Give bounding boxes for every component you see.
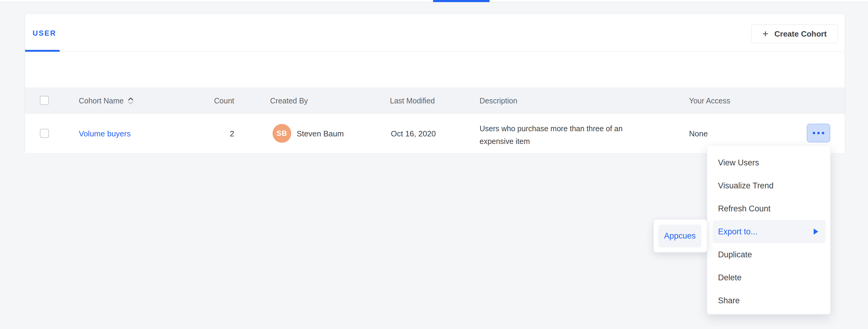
avatar: SB [273,124,291,143]
more-options-button[interactable] [807,124,830,142]
column-header-created-by[interactable]: Created By [270,97,308,105]
cohort-description: Users who purchase more than three of an… [479,122,653,147]
create-cohort-label: Create Cohort [774,29,827,39]
cohort-count: 2 [204,129,234,138]
top-nav-strip [0,0,868,2]
plus-icon: + [763,28,768,39]
active-tab-indicator[interactable] [433,0,490,2]
tab-user[interactable]: USER [33,29,56,37]
filter-bar: 1 Results Filter by Created By Anyone Al… [25,52,845,87]
cohorts-card: USER + Create Cohort 1 Results Filter by… [25,13,845,153]
menu-item-view-users[interactable]: View Users [707,151,830,174]
column-header-description[interactable]: Description [479,97,517,105]
creator-name: Steven Baum [297,129,344,138]
cohort-name-link[interactable]: Volume buyers [79,129,131,138]
cohort-name-header-label: Cohort Name [79,97,124,105]
column-header-count[interactable]: Count [204,97,234,105]
more-options-icon [822,132,824,134]
export-to-label: Export to... [718,227,757,237]
menu-item-export-to[interactable]: Export to... [713,220,826,243]
your-access-value: None [689,129,708,138]
row-checkbox[interactable] [40,129,49,138]
menu-item-visualize-trend[interactable]: Visualize Trend [707,174,830,197]
submenu-item-appcues[interactable]: Appcues [658,225,702,247]
sort-icon [127,97,134,105]
menu-item-delete[interactable]: Delete [707,266,830,289]
cohorts-page: USER + Create Cohort 1 Results Filter by… [0,0,868,329]
select-all-checkbox[interactable] [40,96,49,105]
menu-item-duplicate[interactable]: Duplicate [707,243,830,266]
column-header-your-access[interactable]: Your Access [689,97,731,105]
menu-item-refresh-count[interactable]: Refresh Count [707,197,830,220]
card-header: USER + Create Cohort [25,14,845,52]
column-header-last-modified[interactable]: Last Modified [390,97,435,105]
export-submenu: Appcues [653,219,707,252]
create-cohort-button[interactable]: + Create Cohort [751,25,838,43]
column-header-cohort-name[interactable]: Cohort Name [79,97,134,105]
row-context-menu: View Users Visualize Trend Refresh Count… [707,145,831,314]
menu-item-share[interactable]: Share [707,289,830,312]
last-modified-date: Oct 16, 2020 [391,129,436,138]
submenu-arrow-icon [814,228,818,235]
more-options-icon [813,132,815,134]
more-options-icon [817,132,820,134]
table-header: Cohort Name Count Created By Last Modifi… [25,87,845,114]
